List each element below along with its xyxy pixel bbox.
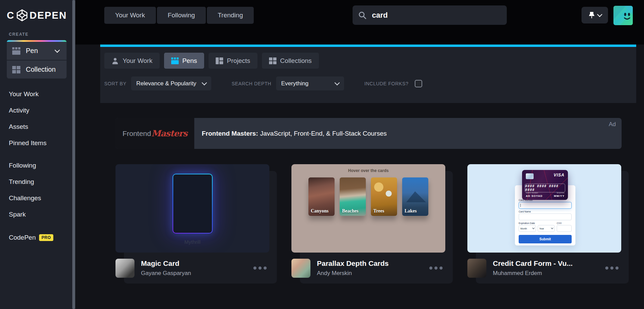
dot	[610, 267, 613, 270]
result-meta: Credit Card Form - Vu... Muhammed Erdem	[493, 259, 605, 277]
create-section-label: CREATE	[0, 30, 72, 40]
tab-your-work[interactable]: Your Work	[104, 53, 160, 69]
month-value: Month	[520, 227, 527, 230]
glowing-card-shape	[173, 174, 213, 234]
top-tab-trending[interactable]: Trending	[207, 7, 254, 24]
top-tab-your-work[interactable]: Your Work	[104, 7, 156, 24]
frontend-masters-logo: Frontend Masters	[115, 118, 194, 149]
result-item-magic-card: Mythrill Magic Card Gayane Gasparyan	[115, 164, 269, 284]
chevron-down-icon	[334, 80, 340, 86]
dot	[258, 267, 262, 270]
parallax-cards-row: Canyons Beaches Trees Lakes	[291, 177, 445, 216]
preview-heading: Hover over the cards	[291, 164, 445, 173]
card-expires-block: Expires MM/YY	[554, 192, 565, 198]
expiration-date-label: Expiration Date	[519, 222, 555, 224]
ad-banner[interactable]: Frontend Masters Frontend Masters: JavaS…	[115, 118, 622, 149]
chevron-down-icon	[532, 226, 534, 229]
tab-label: Your Work	[123, 57, 153, 65]
brand-masters: Masters	[151, 128, 187, 138]
search-depth-dropdown[interactable]: Everything	[276, 76, 344, 90]
more-options-button[interactable]	[253, 267, 267, 270]
pro-badge: PRO	[39, 234, 53, 241]
expires-label: Expires	[554, 192, 565, 194]
pen-preview-magic-card[interactable]: Mythrill	[115, 164, 269, 253]
sidebar-item-activity[interactable]: Activity	[0, 102, 72, 119]
author-avatar[interactable]	[467, 259, 486, 278]
search-depth-label: SEARCH DEPTH	[232, 81, 271, 86]
chevron-down-icon	[55, 48, 60, 53]
top-nav-tabs: Your Work Following Trending	[104, 7, 254, 24]
pen-author[interactable]: Andy Merskin	[317, 270, 429, 277]
card-holder-block: Card Holder AD SOYAD	[526, 192, 543, 198]
card-name-input	[519, 213, 572, 220]
result-item-credit-card-form: Card Number Card Name Expiration Date Mo…	[467, 164, 621, 284]
expiration-column: Expiration Date Month Year	[519, 220, 555, 232]
card-number-display: #### #### #### ####	[525, 184, 565, 192]
search-bar[interactable]	[353, 5, 507, 25]
codepen-pro-label: CodePen	[9, 234, 36, 241]
ad-headline-bold: Frontend Masters:	[202, 130, 258, 137]
visa-logo: VISA	[554, 173, 565, 177]
sort-by-value: Relevance & Popularity	[136, 80, 196, 87]
sidebar-item-your-work[interactable]: Your Work	[0, 86, 72, 102]
sidebar-item-assets[interactable]: Assets	[0, 119, 72, 135]
main-content: Your Work Following Trending	[75, 0, 644, 309]
credit-card-graphic: VISA #### #### #### #### Card Holder AD …	[522, 170, 568, 200]
sidebar-scrollbar[interactable]	[72, 0, 75, 309]
mini-card-label: Canyons	[311, 208, 328, 214]
card-number-input	[519, 202, 572, 209]
chevron-down-icon	[202, 80, 207, 86]
codepen-logo[interactable]: C DEPEN	[0, 0, 72, 30]
sidebar-item-challenges[interactable]: Challenges	[0, 190, 72, 206]
sort-by-dropdown[interactable]: Relevance & Popularity	[131, 76, 211, 90]
pen-preview-parallax[interactable]: Hover over the cards Canyons Beaches Tre…	[291, 164, 445, 253]
dot	[253, 267, 256, 270]
month-select: Month	[519, 225, 536, 232]
sidebar-item-following[interactable]: Following	[0, 157, 72, 174]
top-header: Your Work Following Trending	[75, 0, 644, 45]
sidebar-item-trending[interactable]: Trending	[0, 174, 72, 190]
pen-title[interactable]: Magic Card	[141, 259, 253, 268]
create-collection-label: Collection	[26, 66, 56, 73]
tab-collections[interactable]: Collections	[262, 53, 319, 69]
create-pen-button[interactable]: Pen	[7, 42, 67, 60]
tab-projects[interactable]: Projects	[209, 53, 257, 69]
pen-preview-credit-card-form[interactable]: Card Number Card Name Expiration Date Mo…	[467, 164, 621, 253]
cvv-column: CVV	[557, 220, 572, 232]
text-cursor	[520, 204, 521, 207]
sidebar-item-spark[interactable]: Spark	[0, 206, 72, 223]
scrollbar-thumb[interactable]	[72, 0, 75, 309]
search-input[interactable]	[371, 11, 501, 20]
create-pen-label: Pen	[26, 47, 38, 55]
result-footer: Magic Card Gayane Gasparyan	[115, 253, 277, 284]
pen-title[interactable]: Parallax Depth Cards	[317, 259, 429, 268]
sidebar-item-pinned-items[interactable]: Pinned Items	[0, 135, 72, 151]
search-icon	[358, 11, 367, 20]
sidebar: C DEPEN CREATE Pen Collection Your W	[0, 0, 72, 309]
pen-author[interactable]: Muhammed Erdem	[493, 270, 605, 277]
top-tab-following[interactable]: Following	[157, 7, 206, 24]
pen-author[interactable]: Gayane Gasparyan	[141, 270, 253, 277]
year-value: Year	[539, 227, 544, 230]
ad-headline-rest: JavaScript, Front-End, & Full-Stack Cour…	[260, 130, 387, 137]
tab-label: Collections	[280, 57, 312, 65]
more-options-button[interactable]	[429, 267, 443, 270]
author-avatar[interactable]	[291, 259, 310, 278]
include-forks-checkbox[interactable]	[415, 80, 422, 87]
author-avatar[interactable]	[115, 259, 135, 278]
sidebar-item-codepen-pro[interactable]: CodePen PRO	[0, 229, 72, 246]
pen-title[interactable]: Credit Card Form - Vu...	[493, 259, 605, 268]
more-options-button[interactable]	[605, 267, 619, 270]
chevron-down-icon	[551, 226, 553, 229]
create-collection-button[interactable]: Collection	[7, 60, 67, 79]
mini-card-trees: Trees	[371, 177, 397, 216]
cvv-label: CVV	[557, 222, 572, 224]
mini-card-label: Lakes	[405, 208, 417, 214]
year-select: Year	[538, 225, 555, 232]
logo-text-depen: DEPEN	[30, 11, 67, 20]
tab-label: Projects	[227, 57, 250, 65]
avatar-smiley-image	[613, 6, 633, 25]
user-avatar[interactable]	[613, 6, 633, 25]
pin-dropdown-button[interactable]	[582, 7, 608, 23]
tab-pens[interactable]: Pens	[164, 53, 204, 69]
